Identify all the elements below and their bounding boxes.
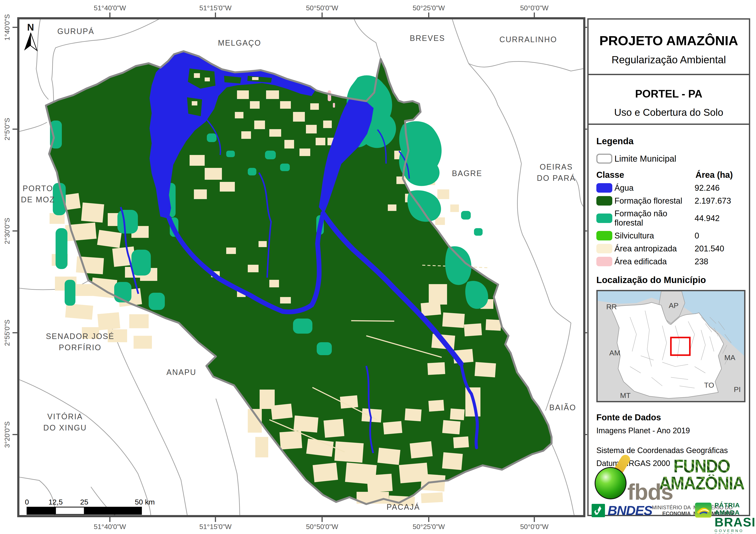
legend-class-label: Área edificada: [614, 257, 695, 266]
scalebar-label: 25: [80, 498, 88, 506]
graticule-label: 2°55'0"S: [3, 319, 11, 346]
map-label-vit-ria-do-xingu: VITÓRIA: [47, 412, 83, 421]
scalebar-label: 12,5: [48, 498, 63, 506]
map-label-curralinho: CURRALINHO: [500, 35, 557, 44]
state-label-ma: MA: [724, 353, 735, 362]
map-label-vit-ria-do-xingu: DO XINGU: [43, 423, 87, 432]
map-label-gurup-: GURUPÁ: [57, 27, 94, 36]
patria-amada-text: PÁTRIA AMADA: [715, 501, 756, 516]
map-label-bai-o: BAIÃO: [549, 403, 576, 412]
legend-class-header: Classe: [596, 170, 695, 180]
graticule-label: 2°5'0"S: [3, 118, 11, 140]
map-label-oeiras-do-par-: OEIRAS: [540, 163, 573, 171]
municipality-title: PORTEL - PA: [589, 88, 749, 100]
state-label-mt: MT: [620, 391, 631, 399]
legend-class-label: Formação florestal: [614, 196, 695, 206]
legend-rows: Água92.246Formação florestal2.197.673For…: [596, 183, 742, 266]
legend-swatch: [596, 257, 612, 266]
map-label-melga-o: MELGAÇO: [218, 38, 261, 47]
graticule-label: 51°15'0"W: [199, 523, 231, 531]
map-label-senador-jos-porf-rio: SENADOR JOSÉ: [46, 332, 114, 341]
graticule-label: 51°40'0"W: [94, 4, 126, 12]
legend-class-label: Formação não florestal: [614, 209, 695, 227]
graticule-label: 50°25'0"W: [413, 523, 445, 531]
state-label-pi: PI: [734, 385, 741, 394]
legend-row: Formação não florestal44.942: [596, 209, 742, 227]
legend-area-value: 92.246: [695, 183, 719, 192]
legend-swatch: [596, 214, 612, 223]
graticule-label: 51°40'0"W: [94, 523, 126, 531]
source-heading: Fonte de Dados: [596, 413, 742, 422]
legend-area-value: 0: [695, 231, 699, 241]
legend-row: Área antropizada201.540: [596, 244, 742, 253]
legend-area-value: 44.942: [695, 214, 719, 223]
legend-class-label: Silvicultura: [614, 231, 695, 241]
graticule-label: 50°50'0"W: [306, 523, 338, 531]
legend-area-header: Área (ha): [695, 170, 733, 180]
sponsor-row: BNDES MINISTÉRIO DA ECONOMIA MINISTÉRIO …: [587, 501, 750, 519]
locator-map[interactable]: RRAPAMMATOPIMT: [596, 290, 745, 402]
map-label-porto-de-moz: PORTO: [23, 184, 53, 193]
legend-area-value: 2.197.673: [695, 196, 731, 206]
legend-area-value: 201.540: [695, 244, 724, 253]
graticule-label: 50°50'0"W: [306, 4, 338, 12]
ministry-economia: MINISTÉRIO DA ECONOMIA: [641, 504, 691, 517]
fundo-line2: AMAZÔNIA: [659, 474, 744, 492]
north-label: N: [27, 22, 34, 33]
limite-municipal-swatch: [596, 154, 612, 164]
graticule-label: 51°15'0"W: [199, 4, 231, 12]
state-label-rr: RR: [606, 303, 617, 311]
map-label-senador-jos-porf-rio: PORFÍRIO: [59, 343, 101, 352]
map-label-pacaj-: PACAJÁ: [387, 502, 420, 511]
map-label-breves: BREVES: [410, 34, 445, 43]
brasil-text: BRASIL: [715, 516, 756, 528]
graticule-label: 50°0'0"W: [520, 4, 549, 12]
graticule-label: 1°40'0"S: [3, 14, 11, 41]
map-label-porto-de-moz: DE MOZ: [21, 195, 55, 204]
project-title: PROJETO AMAZÔNIA: [589, 33, 749, 48]
legend-class-label: Água: [614, 183, 695, 192]
state-label-ap: AP: [669, 301, 678, 310]
source-line-1: Imagens Planet - Ano 2019: [596, 426, 742, 435]
legend-area-value: 238: [695, 257, 708, 266]
fundo-amazonia-logo: FUNDO AMAZÔNIA: [654, 458, 749, 492]
fbds-logo: fbds: [593, 454, 664, 501]
legend-row: Área edificada238: [596, 257, 742, 266]
legend-table-header: Classe Área (ha): [596, 170, 742, 180]
project-subtitle: Regularização Ambiental: [589, 54, 749, 66]
legend-limite-row: Limite Municipal: [596, 154, 742, 164]
legend-row: Silvicultura0: [596, 231, 742, 241]
legend-swatch: [596, 231, 612, 241]
state-label-to: TO: [704, 381, 714, 389]
map-label-bagre: BAGRE: [452, 169, 482, 178]
state-label-am: AM: [609, 349, 620, 357]
legend-row: Formação florestal2.197.673: [596, 196, 742, 206]
brasil-flag-icon: [695, 501, 712, 519]
graticule-label: 2°30'0"S: [3, 218, 11, 244]
main-map[interactable]: 51°40'0"W51°40'0"W51°15'0"W51°15'0"W50°5…: [0, 0, 587, 534]
map-label-anapu: ANAPU: [166, 368, 196, 377]
map-label-oeiras-do-par-: DO PARÁ: [537, 174, 576, 183]
title-box: PROJETO AMAZÔNIA Regularização Ambiental: [587, 18, 750, 75]
graticule-label: 50°25'0"W: [413, 4, 445, 12]
graticule-label: 50°0'0"W: [520, 523, 549, 531]
fbds-sphere-graphic: [595, 467, 627, 499]
location-heading: Localização do Município: [596, 275, 742, 285]
fundo-line1: FUNDO: [659, 458, 744, 474]
logo-row: fbds FUNDO AMAZÔNIA: [587, 451, 750, 501]
scalebar-label: 50 km: [135, 498, 155, 506]
map-theme: Uso e Cobertura do Solo: [589, 107, 749, 118]
governo-federal-text: GOVERNO FEDERAL: [715, 529, 756, 534]
legend-class-label: Área antropizada: [614, 244, 695, 253]
governo-federal-logo: PÁTRIA AMADA BRASIL GOVERNO FEDERAL: [695, 501, 756, 534]
page: 51°40'0"W51°40'0"W51°15'0"W51°15'0"W50°5…: [0, 0, 756, 534]
legend-swatch: [596, 183, 612, 192]
municipality-box: PORTEL - PA Uso e Cobertura do Solo: [587, 74, 750, 125]
ministry-economia-line2: ECONOMIA: [641, 511, 691, 517]
ministry-economia-line1: MINISTÉRIO DA: [641, 504, 691, 511]
graticule-label: 3°20'0"S: [3, 421, 11, 448]
limite-municipal-label: Limite Municipal: [614, 154, 676, 164]
bndes-icon: [592, 504, 605, 517]
legend-swatch: [596, 244, 612, 253]
legend-heading: Legenda: [596, 136, 742, 146]
